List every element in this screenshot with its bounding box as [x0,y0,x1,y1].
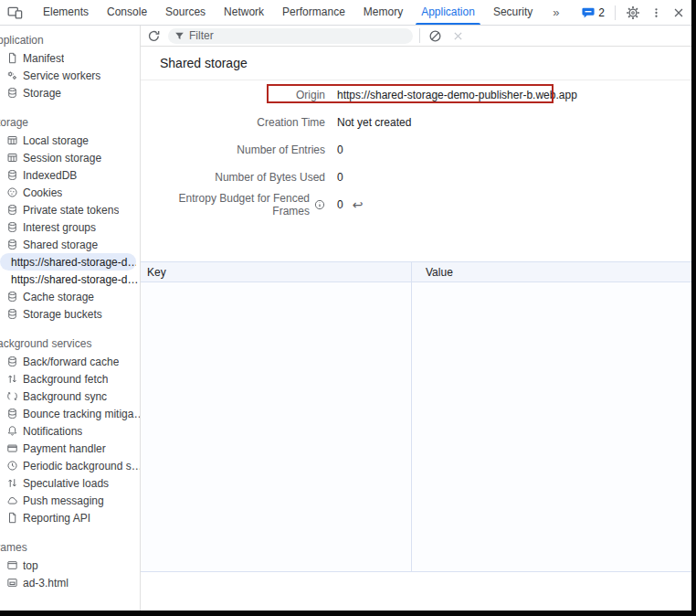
devtools-body: ApplicationManifestService workersStorag… [0,26,696,616]
field-label: Origin [141,89,325,101]
field-value: 0 [325,143,696,156]
field-value-text: 0 [337,198,343,211]
field-label: Number of Entries [141,143,325,156]
sidebar-item-https-shared-storage-d[interactable]: https://shared-storage-d… [0,253,136,271]
sidebar-item-label: https://shared-storage-d… [11,256,136,269]
page-title: Shared storage [160,56,248,70]
sidebar-item-push-messaging[interactable]: Push messaging [0,492,140,509]
sidebar-item-background-fetch[interactable]: Background fetch [0,370,140,388]
sidebar-item-ad-3-html[interactable]: ad-3.html [0,574,140,591]
issues-icon [582,6,595,19]
sidebar-item-reporting-api[interactable]: Reporting API [0,509,140,526]
sidebar-section-frames: Framestopad-3.html [0,539,140,591]
sidebar-item-label: Speculative loads [23,477,109,490]
field-value: 0 [325,171,696,184]
database-icon [5,356,18,368]
tab-console[interactable]: Console [98,0,156,25]
application-panel-sidebar: ApplicationManifestService workersStorag… [0,26,141,616]
sidebar-item-label: Periodic background s… [23,460,140,473]
sidebar-item-label: Background fetch [23,373,108,386]
sidebar-item-payment-handler[interactable]: Payment handler [0,440,140,457]
sidebar-item-speculative-loads[interactable]: Speculative loads [0,474,140,492]
sidebar-item-cookies[interactable]: Cookies [0,184,140,201]
sidebar-section-application: ApplicationManifestService workersStorag… [0,32,140,101]
screen-edge-bottom [0,611,696,616]
sidebar-item-label: Interest groups [23,221,96,234]
sidebar-item-local-storage[interactable]: Local storage [0,132,140,149]
sidebar-item-cache-storage[interactable]: Cache storage [0,288,140,305]
field-label-text: Creation Time [257,116,325,129]
sidebar-item-storage[interactable]: Storage [0,84,140,101]
tab-application[interactable]: Application [412,0,484,25]
database-icon [5,204,18,217]
sidebar-item-label: Back/forward cache [23,356,119,368]
issues-counter[interactable]: 2 [582,6,605,19]
table-icon [5,134,18,147]
tab-performance[interactable]: Performance [273,0,354,25]
field-label: Creation Time [141,116,325,129]
sidebar-item-label: Notifications [23,425,82,438]
sidebar-item-background-sync[interactable]: Background sync [0,388,140,405]
sidebar-item-shared-storage[interactable]: Shared storage [0,236,140,253]
tabbar-actions: 2 [582,5,696,20]
kebab-menu-icon[interactable] [650,5,662,20]
sidebar-item-periodic-background-s[interactable]: Periodic background s… [0,457,140,474]
sidebar-item-manifest[interactable]: Manifest [0,49,140,67]
tab-network[interactable]: Network [215,0,273,25]
toggle-device-toolbar-icon[interactable] [7,5,23,19]
sidebar-section-storage: StorageLocal storageSession storageIndex… [0,114,140,323]
tab-security[interactable]: Security [484,0,542,25]
sidebar-item-top[interactable]: top [0,557,140,574]
sidebar-section-title: Application [0,32,140,49]
more-tabs-button[interactable]: » [542,0,571,25]
filter-field[interactable] [168,28,413,44]
settings-gear-icon[interactable] [626,5,640,20]
reset-entropy-budget-icon[interactable]: ↩ [353,198,364,211]
sidebar-item-indexeddb[interactable]: IndexedDB [0,166,140,184]
shared-storage-items-table: Key Value [141,261,696,572]
close-devtools-icon[interactable] [672,6,685,19]
tab-strip: ElementsConsoleSourcesNetworkPerformance… [34,0,542,25]
bell-icon [5,425,18,438]
sidebar-item-label: Push messaging [23,494,104,507]
sidebar-item-bounce-tracking-mitiga[interactable]: Bounce tracking mitiga… [0,405,140,422]
screen-edge-right [691,0,696,616]
sidebar-item-label: Service workers [23,69,100,82]
sidebar-item-notifications[interactable]: Notifications [0,422,140,440]
database-icon [5,221,18,234]
tab-sources[interactable]: Sources [156,0,215,25]
tab-memory[interactable]: Memory [354,0,412,25]
sidebar-item-label: Session storage [23,152,101,165]
database-icon [5,408,18,420]
sidebar-item-https-shared-storage-d[interactable]: https://shared-storage-d… [0,271,140,288]
sidebar-item-session-storage[interactable]: Session storage [0,149,140,166]
tab-elements[interactable]: Elements [34,0,98,25]
refresh-icon[interactable] [147,29,161,43]
info-icon[interactable] [314,199,325,210]
clock-icon [5,460,18,473]
sidebar-item-label: Background sync [23,390,107,403]
field-label-text: Entropy Budget for Fenced Frames [141,192,310,218]
sidebar-item-interest-groups[interactable]: Interest groups [0,218,140,236]
sidebar-item-storage-buckets[interactable]: Storage buckets [0,305,140,323]
frame-icon [5,559,18,572]
sidebar-item-label: Local storage [23,134,89,147]
sidebar-item-back-forward-cache[interactable]: Back/forward cache [0,353,140,370]
field-value: 0↩ [325,198,696,211]
issues-count: 2 [598,6,605,19]
clear-all-icon[interactable] [428,29,442,43]
sidebar-item-service-workers[interactable]: Service workers [0,67,140,84]
clear-filter-icon[interactable] [452,30,464,42]
sidebar-item-label: IndexedDB [23,169,77,182]
column-header-key[interactable]: Key [141,262,412,281]
sidebar-item-label: Private state tokens [23,204,119,217]
sidebar-item-label: Storage [23,87,61,100]
column-header-value[interactable]: Value [412,262,696,281]
field-label: Number of Bytes Used [141,171,325,184]
filter-input[interactable] [189,29,406,42]
filter-funnel-icon [174,31,185,41]
table-header-row: Key Value [141,261,696,282]
devtools-window: ElementsConsoleSourcesNetworkPerformance… [0,0,696,616]
sidebar-section-background-services: Background servicesBack/forward cacheBac… [0,335,140,526]
sidebar-item-private-state-tokens[interactable]: Private state tokens [0,201,140,218]
